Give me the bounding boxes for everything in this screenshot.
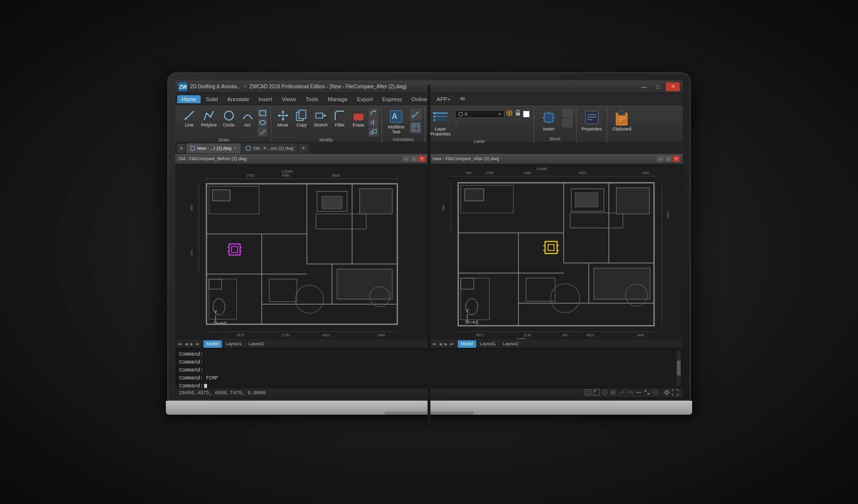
status-polar-icon[interactable] xyxy=(601,389,608,398)
multiline-text-button[interactable]: A MultilineText xyxy=(385,108,408,136)
laptop-shell: ZW 2D Drafting & Annota... ▾ ZWCAD 2018 … xyxy=(0,0,858,504)
rotate-button[interactable] xyxy=(368,109,378,118)
line-icon xyxy=(183,109,196,122)
tab-app-plus[interactable]: APP+ xyxy=(432,95,455,103)
ellipse-button[interactable] xyxy=(258,118,268,127)
maximize-button[interactable]: □ xyxy=(651,82,665,91)
status-grid-icon[interactable] xyxy=(584,389,591,398)
move-button[interactable]: Move xyxy=(274,108,292,129)
create-block-button[interactable] xyxy=(562,109,573,118)
tab-mail[interactable]: ✉ xyxy=(456,95,469,103)
right-panel-min[interactable]: — xyxy=(657,156,664,162)
tab-views[interactable]: Views xyxy=(277,95,300,103)
tab-home[interactable]: Home xyxy=(177,95,201,103)
left-layout1-tab[interactable]: Layout1 xyxy=(223,340,245,348)
right-layout2-tab[interactable]: Layout2 xyxy=(500,340,522,348)
copy-icon xyxy=(295,109,308,122)
layer-dropdown[interactable]: 0 ▾ xyxy=(455,110,504,118)
hatch-button[interactable] xyxy=(258,127,268,136)
right-panel-max[interactable]: □ xyxy=(665,156,672,162)
status-lw-icon[interactable] xyxy=(635,389,642,398)
layer-lock-button[interactable] xyxy=(514,110,521,119)
tab-express[interactable]: Express xyxy=(378,95,407,103)
title-bar-mode: 2D Drafting & Annota... xyxy=(190,84,241,89)
left-nav-next[interactable]: ▶ xyxy=(189,341,194,347)
svg-text:ZW: ZW xyxy=(179,84,187,90)
annotation-group-label: Annotation xyxy=(385,136,422,143)
left-layout2-tab[interactable]: Layout2 xyxy=(246,340,268,348)
stretch-button[interactable]: Stretch xyxy=(312,108,330,129)
tab-export[interactable]: Export xyxy=(353,95,377,103)
layer-properties-button[interactable]: LayerProperties xyxy=(428,108,453,138)
svg-point-41 xyxy=(508,112,510,114)
right-nav-next[interactable]: ▶ xyxy=(443,341,448,347)
right-panel-close[interactable]: ✕ xyxy=(673,156,680,162)
close-button[interactable]: ✕ xyxy=(666,82,680,91)
tab-manage[interactable]: Manage xyxy=(323,95,352,103)
status-osnap-icon[interactable] xyxy=(610,389,617,398)
mirror-button[interactable] xyxy=(368,118,378,127)
erase-button[interactable]: Erase xyxy=(350,108,367,129)
table-button[interactable] xyxy=(410,122,422,133)
svg-text:13080: 13080 xyxy=(536,167,548,171)
left-model-tab[interactable]: Model xyxy=(204,340,222,348)
command-scroll[interactable] xyxy=(677,351,681,386)
status-tp-icon[interactable] xyxy=(644,389,650,398)
left-panel-max[interactable]: □ xyxy=(411,156,418,162)
right-nav-next-next[interactable]: ⏭ xyxy=(449,341,455,347)
status-snap-icon[interactable] xyxy=(593,389,600,398)
screen-bezel: ZW 2D Drafting & Annota... ▾ ZWCAD 2018 … xyxy=(168,73,690,401)
doc-tab-close-new[interactable]: ✕ xyxy=(233,146,237,150)
doc-tab-old[interactable]: Old - F....ore (2).dwg xyxy=(242,143,297,153)
dimension-button[interactable] xyxy=(410,109,422,121)
layer-properties-icon xyxy=(432,109,449,126)
right-layout1-tab[interactable]: Layout1 xyxy=(477,340,499,348)
svg-rect-43 xyxy=(544,113,553,122)
properties-button[interactable]: Properties xyxy=(579,108,604,133)
erase-label: Erase xyxy=(353,123,364,127)
tab-insert[interactable]: Insert xyxy=(254,95,277,103)
right-model-tab[interactable]: Model xyxy=(458,340,476,348)
line-button[interactable]: Line xyxy=(180,108,198,129)
circle-label: Circle xyxy=(223,123,234,127)
scale-button[interactable] xyxy=(368,127,378,136)
right-nav-prev[interactable]: ◀ xyxy=(438,341,443,347)
left-nav-prev-prev[interactable]: ⏮ xyxy=(177,341,183,347)
status-dyn-icon[interactable] xyxy=(627,389,634,398)
layer-freeze-button[interactable] xyxy=(506,110,513,119)
tab-annotate[interactable]: Annotate xyxy=(223,95,254,103)
svg-text:1840: 1840 xyxy=(377,333,385,337)
drawing-panels-container: Old - FileCompare_Before (2).dwg — □ ✕ xyxy=(175,154,683,348)
left-nav-next-next[interactable]: ⏭ xyxy=(195,341,201,347)
copy-button[interactable]: Copy xyxy=(293,108,311,129)
clipboard-button[interactable]: Clipboard xyxy=(610,108,634,133)
left-canvas: 2700 4380 5630 13080 xyxy=(175,164,429,339)
tab-solid[interactable]: Solid xyxy=(201,95,222,103)
status-otrack-icon[interactable] xyxy=(618,389,625,398)
tab-tools[interactable]: Tools xyxy=(301,95,323,103)
right-nav-prev-prev[interactable]: ⏮ xyxy=(431,341,437,347)
fillet-button[interactable]: Fillet xyxy=(331,108,349,129)
clipboard-group: Clipboard xyxy=(607,107,637,142)
left-panel-min[interactable]: — xyxy=(403,156,410,162)
panel-resize-handle[interactable] xyxy=(428,154,430,348)
svg-marker-19 xyxy=(324,114,326,117)
left-panel-close[interactable]: ✕ xyxy=(419,156,426,162)
new-file-button[interactable]: + xyxy=(298,144,308,153)
svg-text:2860: 2860 xyxy=(190,204,193,211)
circle-button[interactable]: Circle xyxy=(220,108,238,129)
insert-button[interactable]: Insert xyxy=(537,108,560,133)
left-nav-prev[interactable]: ◀ xyxy=(184,341,189,347)
status-qp-icon[interactable] xyxy=(652,389,659,398)
status-fullscreen-icon[interactable] xyxy=(672,389,679,398)
insert-icon xyxy=(540,109,557,126)
polyline-button[interactable]: Polyline xyxy=(199,108,219,129)
minimize-button[interactable]: — xyxy=(637,82,651,91)
block-editor-button[interactable] xyxy=(562,119,573,127)
layer-color-swatch[interactable] xyxy=(523,111,530,118)
doc-tab-new[interactable]: New - ...r (2).dwg ✕ xyxy=(186,143,241,153)
status-settings-icon[interactable] xyxy=(663,389,670,398)
rectangle-button[interactable] xyxy=(258,109,268,118)
panel-toggle-btn[interactable]: ▾ xyxy=(177,144,185,153)
arc-button[interactable]: Arc xyxy=(239,108,257,129)
